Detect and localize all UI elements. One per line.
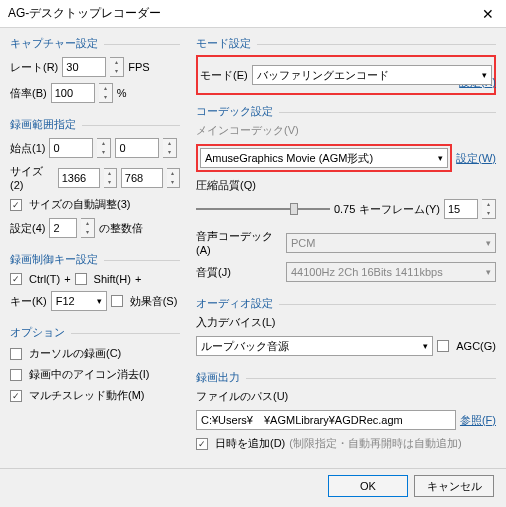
codec-group: コーデック設定 メインコーデック(V) AmuseGraphics Movie … (196, 104, 496, 282)
setting4-label: 設定(4) (10, 221, 45, 236)
ctrl-label: Ctrl(T) (29, 273, 60, 285)
quality-slider[interactable] (196, 200, 330, 218)
multithread-checkbox[interactable] (10, 390, 22, 402)
multithread-label: マルチスレッド動作(M) (29, 388, 145, 403)
audio-codec-select[interactable]: PCM (286, 233, 496, 253)
sfx-checkbox[interactable] (111, 295, 123, 307)
erase-icon-label: 録画中のアイコン消去(I) (29, 367, 149, 382)
origin-x-spinner[interactable]: ▴▾ (97, 138, 111, 158)
titlebar: AG-デスクトップレコーダー ✕ (0, 0, 506, 28)
rate-spinner[interactable]: ▴▾ (110, 57, 124, 77)
options-title: オプション (10, 326, 71, 338)
scale-input[interactable]: 100 (51, 83, 95, 103)
cursor-label: カーソルの録画(C) (29, 346, 121, 361)
erase-icon-checkbox[interactable] (10, 369, 22, 381)
cancel-button[interactable]: キャンセル (414, 475, 494, 497)
capture-group: キャプチャー設定 レート(R) 30 ▴▾ FPS 倍率(B) 100 ▴▾ % (10, 36, 180, 103)
setting4-spinner[interactable]: ▴▾ (81, 218, 95, 238)
datetime-label: 日時を追加(D) (215, 436, 285, 451)
shift-checkbox[interactable] (75, 273, 87, 285)
origin-y-input[interactable]: 0 (115, 138, 159, 158)
audio-quality-select[interactable]: 44100Hz 2Ch 16Bits 1411kbps (286, 262, 496, 282)
percent-label: % (117, 87, 127, 99)
capture-title: キャプチャー設定 (10, 37, 104, 49)
scale-spinner[interactable]: ▴▾ (99, 83, 113, 103)
size-label: サイズ(2) (10, 164, 54, 191)
device-label: 入力デバイス(L) (196, 315, 496, 330)
main-codec-label: メインコーデック(V) (196, 123, 496, 138)
path-label: ファイルのパス(U) (196, 389, 496, 404)
scale-label: 倍率(B) (10, 86, 47, 101)
ok-button[interactable]: OK (328, 475, 408, 497)
control-group: 録画制御キー設定 Ctrl(T) + Shift(H) + キー(K) F12 … (10, 252, 180, 311)
codec-setting-link[interactable]: 設定(W) (456, 151, 496, 166)
quality-value: 0.75 (334, 203, 355, 215)
setting4-suffix: の整数倍 (99, 221, 143, 236)
shift-label: Shift(H) (94, 273, 131, 285)
options-group: オプション カーソルの録画(C) 録画中のアイコン消去(I) マルチスレッド動作… (10, 325, 180, 403)
rate-input[interactable]: 30 (62, 57, 106, 77)
range-title: 録画範囲指定 (10, 118, 82, 130)
path-input[interactable]: C:¥Users¥ ¥AGMLibrary¥AGDRec.agm (196, 410, 456, 430)
sfx-label: 効果音(S) (130, 294, 178, 309)
cursor-checkbox[interactable] (10, 348, 22, 360)
output-title: 録画出力 (196, 371, 246, 383)
audio-group: オーディオ設定 入力デバイス(L) ループバック音源 AGC(G) (196, 296, 496, 356)
codec-highlight: AmuseGraphics Movie (AGM形式) (196, 144, 452, 172)
mode-select[interactable]: バッファリングエンコード (252, 65, 492, 85)
keyframe-label: キーフレーム(Y) (359, 202, 440, 217)
close-icon[interactable]: ✕ (478, 6, 498, 22)
plus2: + (135, 273, 141, 285)
agc-checkbox[interactable] (437, 340, 449, 352)
device-select[interactable]: ループバック音源 (196, 336, 433, 356)
key-select[interactable]: F12 (51, 291, 107, 311)
origin-label: 始点(1) (10, 141, 45, 156)
footer: OK キャンセル (0, 468, 506, 503)
audio-codec-label: 音声コーデック(A) (196, 229, 282, 256)
window-title: AG-デスクトップレコーダー (8, 5, 161, 22)
origin-x-input[interactable]: 0 (49, 138, 93, 158)
control-title: 録画制御キー設定 (10, 253, 104, 265)
codec-title: コーデック設定 (196, 105, 279, 117)
plus1: + (64, 273, 70, 285)
auto-adjust-checkbox[interactable] (10, 199, 22, 211)
keyframe-spinner[interactable]: ▴▾ (482, 199, 496, 219)
size-w-spinner[interactable]: ▴▾ (104, 168, 117, 188)
agc-label: AGC(G) (456, 340, 496, 352)
browse-link[interactable]: 参照(F) (460, 413, 496, 428)
key-label: キー(K) (10, 294, 47, 309)
main-codec-select[interactable]: AmuseGraphics Movie (AGM形式) (200, 148, 448, 168)
keyframe-input[interactable]: 15 (444, 199, 478, 219)
range-group: 録画範囲指定 始点(1) 0 ▴▾ 0 ▴▾ サイズ(2) 1366 ▴▾ 76… (10, 117, 180, 238)
setting4-input[interactable]: 2 (49, 218, 77, 238)
mode-title: モード設定 (196, 37, 257, 49)
fps-label: FPS (128, 61, 149, 73)
size-w-input[interactable]: 1366 (58, 168, 100, 188)
size-h-input[interactable]: 768 (121, 168, 163, 188)
datetime-checkbox[interactable] (196, 438, 208, 450)
audio-title: オーディオ設定 (196, 297, 279, 309)
audio-quality-label: 音質(J) (196, 265, 282, 280)
quality-label: 圧縮品質(Q) (196, 178, 496, 193)
origin-y-spinner[interactable]: ▴▾ (163, 138, 177, 158)
size-h-spinner[interactable]: ▴▾ (167, 168, 180, 188)
mode-group: モード設定 モード(E) バッファリングエンコード 設定(X) (196, 36, 496, 90)
ctrl-checkbox[interactable] (10, 273, 22, 285)
output-group: 録画出力 ファイルのパス(U) C:¥Users¥ ¥AGMLibrary¥AG… (196, 370, 496, 451)
datetime-note: (制限指定・自動再開時は自動追加) (289, 436, 461, 451)
rate-label: レート(R) (10, 60, 58, 75)
auto-adjust-label: サイズの自動調整(3) (29, 197, 130, 212)
mode-label: モード(E) (200, 68, 248, 83)
